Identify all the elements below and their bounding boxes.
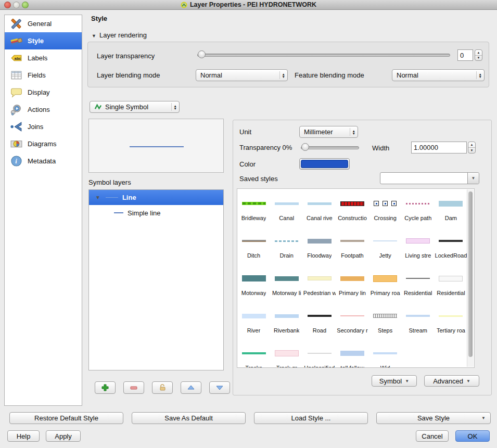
style-item[interactable]: Bridleway <box>237 192 270 229</box>
style-item[interactable]: Crossing <box>369 192 402 229</box>
style-item[interactable]: Secondary r <box>336 304 368 342</box>
stepper-down-icon[interactable]: ▼ <box>468 148 475 153</box>
style-swatch-area <box>435 304 467 327</box>
style-item-label: Primary lin <box>339 290 366 296</box>
sidebar-item-fields[interactable]: Fields <box>5 67 82 84</box>
sidebar-item-actions[interactable]: Actions <box>5 101 82 118</box>
style-item-label: River <box>247 327 261 334</box>
layer-transparency-stepper[interactable]: ▲ ▼ <box>475 49 482 61</box>
layer-blending-select[interactable]: Normal ▲▼ <box>196 69 288 81</box>
sidebar-item-joins[interactable]: Joins <box>5 118 82 135</box>
layer-transparency-value[interactable]: 0 <box>457 49 473 61</box>
restore-default-style-button[interactable]: Restore Default Style <box>9 412 123 424</box>
style-swatch <box>340 315 364 316</box>
style-item[interactable]: Unclassified <box>303 342 336 368</box>
style-item[interactable]: Canal rive <box>303 192 336 229</box>
apply-button[interactable]: Apply <box>46 430 81 442</box>
style-item[interactable]: toll follow <box>336 342 368 368</box>
sidebar-item-display[interactable]: Display <box>5 84 82 101</box>
lock-symbol-layer-button[interactable] <box>152 381 173 394</box>
stepper-down-icon[interactable]: ▼ <box>475 56 482 61</box>
minimize-window-icon[interactable] <box>13 2 20 8</box>
zoom-window-icon[interactable] <box>22 2 29 8</box>
unit-select[interactable]: Millimeter ▲▼ <box>299 126 358 138</box>
width-input[interactable]: 1.00000 <box>411 142 467 153</box>
ok-button[interactable]: OK <box>455 430 490 442</box>
style-item[interactable]: River <box>237 304 270 342</box>
unit-label: Unit <box>239 128 251 136</box>
color-swatch-button[interactable] <box>299 158 350 170</box>
layer-rendering-toggle[interactable]: ▼Layer rendering <box>92 31 147 39</box>
style-item[interactable]: Floodway <box>303 229 336 267</box>
move-layer-up-button[interactable] <box>181 381 201 394</box>
layer-transparency-slider-knob[interactable] <box>198 50 206 58</box>
style-swatch-area <box>435 192 467 215</box>
style-item[interactable]: Wid <box>369 342 402 368</box>
move-layer-down-button[interactable] <box>209 381 230 394</box>
caret-down-icon: ▼ <box>481 416 486 420</box>
style-item[interactable]: Cycle path <box>402 192 435 229</box>
cancel-button[interactable]: Cancel <box>416 430 449 442</box>
title-bar[interactable]: Layer Properties - PEI HYDRONETWORK <box>0 0 497 10</box>
grid-scrollbar-thumb[interactable] <box>468 191 473 357</box>
sidebar-item-labels[interactable]: abcLabels <box>5 49 82 67</box>
style-item[interactable]: Drain <box>270 229 303 267</box>
sidebar-item-general[interactable]: General <box>5 15 82 32</box>
symbol-menu-button[interactable]: Symbol ▼ <box>372 375 417 387</box>
style-item[interactable]: Stream <box>402 304 435 342</box>
arrow-up-icon <box>187 383 195 392</box>
style-swatch-area <box>270 342 303 365</box>
style-item[interactable]: Riverbank <box>270 304 303 342</box>
dropdown-arrow-icon[interactable]: ▼ <box>467 173 479 184</box>
style-item[interactable]: Footpath <box>336 229 368 267</box>
style-item[interactable]: Track gr <box>270 342 303 368</box>
style-item[interactable]: Residential <box>435 267 467 304</box>
style-item[interactable]: Jetty <box>369 229 402 267</box>
sidebar-item-label: Labels <box>28 54 47 62</box>
sidebar: GeneralStyleabcLabelsFieldsDisplayAction… <box>4 15 82 406</box>
grid-scrollbar[interactable] <box>467 189 474 367</box>
tree-item-line[interactable]: ▼ Line <box>89 190 223 205</box>
advanced-menu-button[interactable]: Advanced ▼ <box>424 375 479 387</box>
sidebar-item-diagrams[interactable]: Diagrams <box>5 135 82 152</box>
style-item[interactable]: Canal <box>270 192 303 229</box>
stepper-up-icon[interactable]: ▲ <box>468 142 475 148</box>
symbol-transparency-slider-knob[interactable] <box>301 143 309 151</box>
style-item[interactable]: Constructio <box>336 192 368 229</box>
color-label: Color <box>239 160 256 168</box>
symbol-type-select[interactable]: Single Symbol ▲▼ <box>90 101 180 113</box>
style-item[interactable]: Primary lin <box>336 267 368 304</box>
style-item[interactable]: Living stre <box>402 229 435 267</box>
remove-symbol-layer-button[interactable] <box>123 381 144 394</box>
style-item[interactable]: Tracks <box>237 342 270 368</box>
width-stepper[interactable]: ▲ ▼ <box>468 142 476 153</box>
stepper-up-icon[interactable]: ▲ <box>475 50 482 56</box>
symbol-transparency-slider[interactable] <box>301 146 359 149</box>
style-item[interactable]: Steps <box>369 304 402 342</box>
style-item[interactable]: Motorway li <box>270 267 303 304</box>
style-item[interactable]: LockedRoad <box>435 229 467 267</box>
sidebar-item-metadata[interactable]: iMetadata <box>5 152 82 170</box>
help-button[interactable]: Help <box>7 430 40 442</box>
style-item[interactable]: Pedestrian w <box>303 267 336 304</box>
tree-item-simple-line[interactable]: Simple line <box>89 205 223 221</box>
load-style-button[interactable]: Load Style ... <box>254 412 368 424</box>
layer-transparency-slider[interactable] <box>197 54 450 57</box>
add-symbol-layer-button[interactable] <box>95 381 116 394</box>
style-item[interactable]: Residential <box>402 267 435 304</box>
style-swatch <box>275 276 299 281</box>
close-window-icon[interactable] <box>4 2 11 8</box>
saved-styles-select[interactable]: ▼ <box>380 172 479 184</box>
style-item[interactable]: Primary roa <box>369 267 402 304</box>
save-style-button[interactable]: Save Style ▼ <box>376 412 491 424</box>
sidebar-item-style[interactable]: Style <box>5 32 82 49</box>
style-item-label: Tertiary roa <box>437 327 465 334</box>
style-item[interactable]: Tertiary roa <box>435 304 467 342</box>
style-item[interactable]: Road <box>303 304 336 342</box>
feature-blending-select[interactable]: Normal ▲▼ <box>392 69 485 81</box>
style-item[interactable]: Dam <box>435 192 467 229</box>
style-item[interactable]: Motorway <box>237 267 270 304</box>
style-item[interactable]: Ditch <box>237 229 270 267</box>
chevron-down-icon[interactable]: ▼ <box>95 195 100 200</box>
save-as-default-button[interactable]: Save As Default <box>132 412 246 424</box>
